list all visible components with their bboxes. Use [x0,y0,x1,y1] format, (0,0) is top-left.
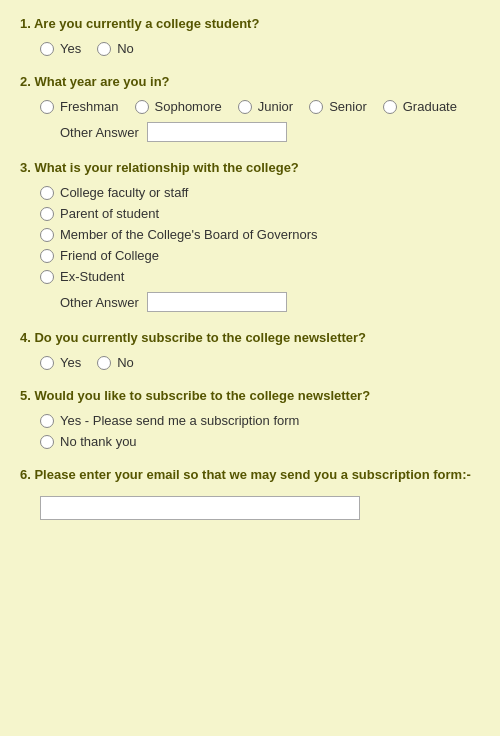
q3-faculty-label: College faculty or staff [60,185,188,200]
q2-graduate-radio[interactable] [383,100,397,114]
q2-other-label: Other Answer [60,125,139,140]
q2-freshman-radio[interactable] [40,100,54,114]
q2-senior-option[interactable]: Senior [309,99,367,114]
q3-exstudent-label: Ex-Student [60,269,124,284]
q4-yes-option[interactable]: Yes [40,355,81,370]
question-6: 6. Please enter your email so that we ma… [20,467,480,520]
q2-graduate-option[interactable]: Graduate [383,99,457,114]
q2-senior-radio[interactable] [309,100,323,114]
q3-parent-radio[interactable] [40,207,54,221]
q3-faculty-radio[interactable] [40,186,54,200]
question-3: 3. What is your relationship with the co… [20,160,480,312]
q3-exstudent-radio[interactable] [40,270,54,284]
q3-exstudent-option[interactable]: Ex-Student [40,269,480,284]
q1-no-radio[interactable] [97,42,111,56]
q1-no-option[interactable]: No [97,41,134,56]
question-4-options: Yes No [40,355,480,370]
question-1-options: Yes No [40,41,480,56]
q2-other-row: Other Answer [60,122,480,142]
q2-graduate-label: Graduate [403,99,457,114]
q1-yes-radio[interactable] [40,42,54,56]
q3-friend-radio[interactable] [40,249,54,263]
q2-junior-option[interactable]: Junior [238,99,293,114]
question-5-options: Yes - Please send me a subscription form… [40,413,480,449]
q2-other-input[interactable] [147,122,287,142]
question-4: 4. Do you currently subscribe to the col… [20,330,480,370]
q4-no-option[interactable]: No [97,355,134,370]
q4-no-label: No [117,355,134,370]
question-1-label: 1. Are you currently a college student? [20,16,480,31]
q5-yes-radio[interactable] [40,414,54,428]
q2-junior-label: Junior [258,99,293,114]
question-4-label: 4. Do you currently subscribe to the col… [20,330,480,345]
question-5: 5. Would you like to subscribe to the co… [20,388,480,449]
q3-friend-option[interactable]: Friend of College [40,248,480,263]
q1-yes-label: Yes [60,41,81,56]
q2-sophomore-radio[interactable] [135,100,149,114]
q3-board-option[interactable]: Member of the College's Board of Governo… [40,227,480,242]
q3-faculty-option[interactable]: College faculty or staff [40,185,480,200]
q1-no-label: No [117,41,134,56]
q3-parent-label: Parent of student [60,206,159,221]
q2-senior-label: Senior [329,99,367,114]
q2-sophomore-option[interactable]: Sophomore [135,99,222,114]
q3-other-label: Other Answer [60,295,139,310]
q5-no-label: No thank you [60,434,137,449]
question-3-options: College faculty or staff Parent of stude… [40,185,480,284]
question-3-label: 3. What is your relationship with the co… [20,160,480,175]
q1-yes-option[interactable]: Yes [40,41,81,56]
q5-no-radio[interactable] [40,435,54,449]
q4-yes-radio[interactable] [40,356,54,370]
q2-freshman-option[interactable]: Freshman [40,99,119,114]
question-1: 1. Are you currently a college student? … [20,16,480,56]
q3-other-input[interactable] [147,292,287,312]
q3-other-row: Other Answer [60,292,480,312]
question-5-label: 5. Would you like to subscribe to the co… [20,388,480,403]
question-2-label: 2. What year are you in? [20,74,480,89]
question-2: 2. What year are you in? Freshman Sophom… [20,74,480,142]
q3-friend-label: Friend of College [60,248,159,263]
q6-email-input[interactable] [40,496,360,520]
q2-sophomore-label: Sophomore [155,99,222,114]
q3-board-radio[interactable] [40,228,54,242]
question-6-label: 6. Please enter your email so that we ma… [20,467,480,482]
q5-yes-label: Yes - Please send me a subscription form [60,413,299,428]
q5-no-option[interactable]: No thank you [40,434,480,449]
q3-board-label: Member of the College's Board of Governo… [60,227,318,242]
q4-yes-label: Yes [60,355,81,370]
question-2-options: Freshman Sophomore Junior Senior Graduat… [40,99,480,114]
q3-parent-option[interactable]: Parent of student [40,206,480,221]
q4-no-radio[interactable] [97,356,111,370]
q2-junior-radio[interactable] [238,100,252,114]
q5-yes-option[interactable]: Yes - Please send me a subscription form [40,413,480,428]
q2-freshman-label: Freshman [60,99,119,114]
